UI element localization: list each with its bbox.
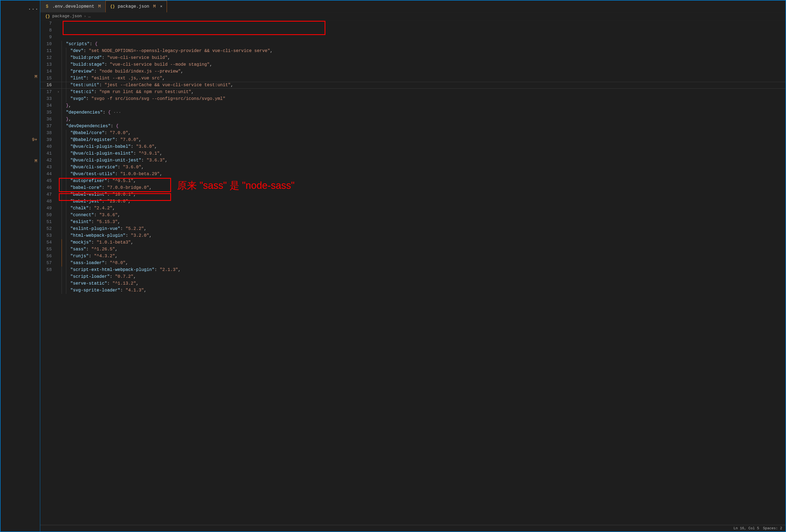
breadcrumb-file[interactable]: package.json bbox=[52, 14, 82, 19]
code-line[interactable]: }, bbox=[62, 102, 785, 109]
code-line[interactable]: "dev": "set NODE_OPTIONS=--openssl-legac… bbox=[62, 48, 785, 54]
close-icon[interactable]: × bbox=[160, 4, 162, 9]
status-indentation[interactable]: Spaces: 2 bbox=[763, 526, 782, 530]
line-number[interactable]: 14 bbox=[40, 68, 52, 75]
code-line[interactable]: "sass": "^1.26.5", bbox=[62, 246, 785, 253]
code-line[interactable]: "html-webpack-plugin": "3.2.0", bbox=[62, 232, 785, 239]
code-line[interactable]: "connect": "3.6.6", bbox=[62, 212, 785, 219]
code-line[interactable]: "build:stage": "vue-cli-service build --… bbox=[62, 61, 785, 68]
line-number[interactable]: 15 bbox=[40, 75, 52, 82]
line-number[interactable]: 35 bbox=[40, 109, 52, 116]
fold-toggle[interactable] bbox=[56, 191, 61, 198]
line-number[interactable]: 55 bbox=[40, 246, 52, 253]
code-line[interactable]: "script-loader": "0.7.2", bbox=[62, 273, 785, 280]
fold-toggle[interactable] bbox=[56, 116, 61, 123]
line-number[interactable]: 43 bbox=[40, 164, 52, 171]
line-number[interactable]: 39 bbox=[40, 137, 52, 143]
editor[interactable]: 7891011121314151617333435363738394041424… bbox=[40, 20, 785, 525]
fold-toggle[interactable] bbox=[56, 54, 61, 61]
fold-toggle[interactable] bbox=[56, 226, 61, 232]
fold-toggle[interactable] bbox=[56, 157, 61, 164]
code-line[interactable]: "babel-jest": "23.6.0", bbox=[62, 198, 785, 205]
code-line[interactable]: }, bbox=[62, 116, 785, 123]
fold-toggle[interactable] bbox=[56, 178, 61, 184]
code-line[interactable]: "runjs": "^4.3.2", bbox=[62, 253, 785, 260]
code-line[interactable]: "@vue/cli-service": "3.6.0", bbox=[62, 164, 785, 171]
code-line[interactable]: "@vue/cli-plugin-eslint": "^3.9.1", bbox=[62, 150, 785, 157]
line-number[interactable]: 9 bbox=[40, 34, 52, 41]
code-line[interactable]: "test:unit": "jest --clearCache && vue-c… bbox=[62, 82, 785, 89]
code-line[interactable]: "script-ext-html-webpack-plugin": "2.1.3… bbox=[62, 267, 785, 273]
fold-toggle[interactable] bbox=[56, 102, 61, 109]
line-number[interactable]: 44 bbox=[40, 171, 52, 178]
line-number[interactable]: 34 bbox=[40, 102, 52, 109]
code-line[interactable]: "@vue/test-utils": "1.0.0-beta.29", bbox=[62, 171, 785, 178]
fold-toggle[interactable] bbox=[56, 198, 61, 205]
code-line[interactable]: "dependencies": { ··· bbox=[62, 109, 785, 116]
fold-toggle[interactable] bbox=[56, 212, 61, 219]
fold-toggle[interactable] bbox=[56, 219, 61, 226]
line-number[interactable]: 17 bbox=[40, 89, 52, 95]
fold-toggle[interactable] bbox=[56, 27, 61, 34]
line-number[interactable]: 45 bbox=[40, 178, 52, 184]
fold-toggle[interactable] bbox=[56, 246, 61, 253]
fold-toggle[interactable] bbox=[56, 95, 61, 102]
code-line[interactable]: "@vue/cli-plugin-babel": "3.6.0", bbox=[62, 143, 785, 150]
line-number[interactable]: 52 bbox=[40, 226, 52, 232]
breadcrumb-more[interactable]: … bbox=[88, 14, 91, 19]
fold-toggle[interactable] bbox=[56, 143, 61, 150]
code-line[interactable]: "svgo": "svgo -f src/icons/svg --config=… bbox=[62, 95, 785, 102]
fold-toggle[interactable] bbox=[56, 61, 61, 68]
fold-toggle[interactable] bbox=[56, 20, 61, 27]
more-icon[interactable]: ··· bbox=[28, 6, 39, 12]
fold-toggle[interactable] bbox=[56, 184, 61, 191]
code-line[interactable]: "build:prod": "vue-cli-service build", bbox=[62, 54, 785, 61]
line-number[interactable]: 37 bbox=[40, 123, 52, 130]
fold-toggle[interactable] bbox=[56, 267, 61, 273]
line-number[interactable]: 56 bbox=[40, 253, 52, 260]
line-number[interactable]: 36 bbox=[40, 116, 52, 123]
line-number-gutter[interactable]: 7891011121314151617333435363738394041424… bbox=[40, 20, 56, 525]
code-line[interactable]: "eslint-plugin-vue": "5.2.2", bbox=[62, 226, 785, 232]
fold-toggle[interactable] bbox=[56, 232, 61, 239]
code-line[interactable]: "chalk": "2.4.2", bbox=[62, 205, 785, 212]
code-line[interactable]: "preview": "node build/index.js --previe… bbox=[62, 68, 785, 75]
code-line[interactable]: "eslint": "5.15.3", bbox=[62, 219, 785, 226]
tab-package-json[interactable]: {} package.json M × bbox=[106, 1, 167, 12]
line-number[interactable]: 47 bbox=[40, 191, 52, 198]
fold-toggle[interactable] bbox=[56, 34, 61, 41]
fold-toggle[interactable] bbox=[56, 150, 61, 157]
fold-toggle[interactable] bbox=[56, 253, 61, 260]
fold-toggle[interactable] bbox=[56, 68, 61, 75]
fold-toggle[interactable] bbox=[56, 137, 61, 143]
line-number[interactable]: 48 bbox=[40, 198, 52, 205]
fold-column[interactable]: › bbox=[56, 20, 61, 525]
line-number[interactable]: 42 bbox=[40, 157, 52, 164]
line-number[interactable]: 58 bbox=[40, 267, 52, 273]
line-number[interactable]: 7 bbox=[40, 20, 52, 27]
fold-toggle[interactable] bbox=[56, 171, 61, 178]
line-number[interactable]: 11 bbox=[40, 48, 52, 54]
tab-env-development[interactable]: $ .env.development M bbox=[40, 1, 106, 12]
line-number[interactable]: 40 bbox=[40, 143, 52, 150]
line-number[interactable]: 54 bbox=[40, 239, 52, 246]
fold-toggle[interactable] bbox=[56, 48, 61, 54]
line-number[interactable]: 57 bbox=[40, 260, 52, 267]
fold-toggle[interactable] bbox=[56, 205, 61, 212]
fold-toggle[interactable]: › bbox=[56, 89, 61, 95]
code-line[interactable]: "devDependencies": { bbox=[62, 123, 785, 130]
fold-toggle[interactable] bbox=[56, 164, 61, 171]
code-line[interactable]: "babel-eslint": "10.0.1", bbox=[62, 191, 785, 198]
fold-toggle[interactable] bbox=[56, 75, 61, 82]
code-area[interactable]: "scripts": {"dev": "set NODE_OPTIONS=--o… bbox=[61, 20, 785, 525]
code-line[interactable]: "scripts": { bbox=[62, 41, 785, 48]
code-line[interactable]: "autoprefixer": "^9.5.1", bbox=[62, 178, 785, 184]
line-number[interactable]: 16 bbox=[40, 82, 52, 89]
fold-toggle[interactable] bbox=[56, 41, 61, 48]
line-number[interactable]: 10 bbox=[40, 41, 52, 48]
line-number[interactable]: 38 bbox=[40, 130, 52, 137]
status-cursor-position[interactable]: Ln 16, Col 5 bbox=[734, 526, 759, 530]
code-line[interactable]: "@babel/core": "7.0.0", bbox=[62, 130, 785, 137]
code-line[interactable]: "test:ci": "npm run lint && npm run test… bbox=[62, 89, 785, 95]
line-number[interactable]: 51 bbox=[40, 219, 52, 226]
